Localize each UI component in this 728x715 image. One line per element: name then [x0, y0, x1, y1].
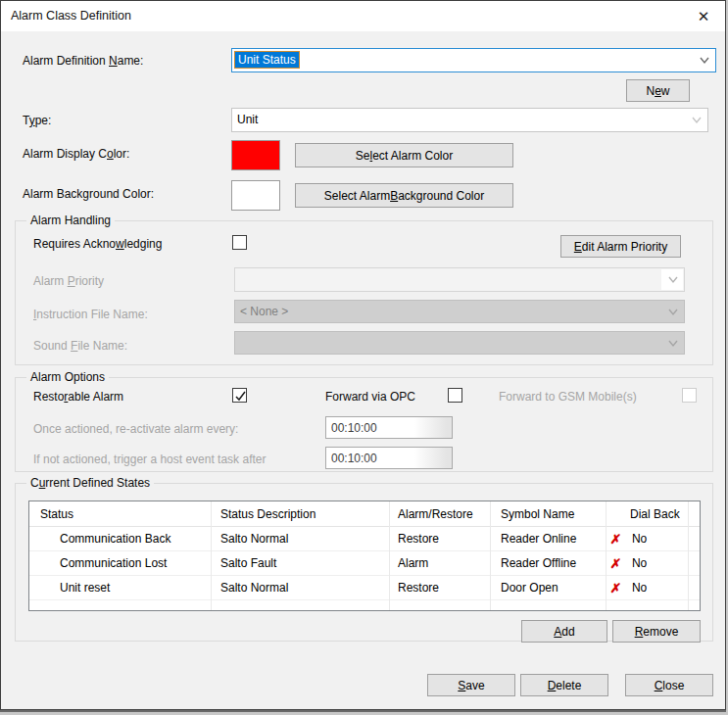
- requires-acknowledging-label: Requires Acknowledging: [33, 237, 162, 251]
- alarm-handling-group: Alarm Handling Requires Acknowledging Ed…: [15, 220, 713, 365]
- cell-status-description: Salto Normal: [211, 527, 389, 550]
- dial-back-value: No: [632, 532, 647, 546]
- if-not-actioned-label: If not actioned, trigger a host event ta…: [33, 453, 266, 466]
- column-header-dial-back[interactable]: Dial Back: [606, 501, 688, 526]
- add-button[interactable]: Add: [521, 620, 607, 643]
- cell-status-description: Salto Fault: [211, 551, 389, 575]
- cell-alarm-restore: Restore: [389, 527, 490, 550]
- once-actioned-label: Once actioned, re-activate alarm every:: [33, 422, 238, 436]
- forward-via-opc-checkbox[interactable]: [448, 388, 462, 403]
- forward-to-gsm-checkbox: [682, 388, 697, 403]
- current-defined-states-group-title: Current Defined States: [26, 476, 154, 490]
- instruction-file-name-label: Instruction File Name:: [33, 308, 148, 321]
- select-alarm-color-button[interactable]: Select Alarm Color: [295, 143, 513, 167]
- cell-status: Communication Back: [29, 527, 211, 550]
- dial-back-value: No: [632, 581, 647, 595]
- cell-dial-back: ✗No: [606, 527, 688, 550]
- close-icon[interactable]: ✕: [694, 7, 713, 26]
- alarm-class-definition-dialog: Alarm Class Definition ✕ Alarm Definitio…: [0, 0, 726, 710]
- cell-symbol-name: Door Open: [490, 576, 606, 599]
- column-header-status[interactable]: Status: [29, 501, 211, 526]
- alarm-priority-combobox: [234, 267, 685, 292]
- type-value: Unit: [237, 113, 258, 126]
- alarm-background-color-swatch: [231, 180, 280, 211]
- close-button[interactable]: Close: [625, 674, 713, 696]
- current-defined-states-group: Current Defined States Status Status Des…: [15, 483, 713, 642]
- states-table-body: Communication BackSalto NormalRestoreRea…: [29, 527, 700, 600]
- cell-status-description: Salto Normal: [211, 576, 389, 599]
- edit-alarm-priority-button[interactable]: Edit Alarm Priority: [560, 235, 681, 258]
- states-table-header: Status Status Description Alarm/Restore …: [29, 501, 700, 527]
- cell-alarm-restore: Restore: [389, 576, 490, 599]
- cell-symbol-name: Reader Online: [490, 527, 606, 550]
- cell-empty: [688, 551, 700, 575]
- column-header-symbol-name[interactable]: Symbol Name: [490, 501, 606, 526]
- cell-symbol-name: Reader Offline: [490, 551, 606, 575]
- alarm-display-color-swatch: [231, 140, 280, 170]
- chevron-down-icon: [668, 276, 676, 284]
- cell-alarm-restore: Alarm: [389, 551, 490, 575]
- states-table: Status Status Description Alarm/Restore …: [28, 500, 701, 611]
- cell-dial-back: ✗No: [606, 551, 688, 575]
- cell-empty: [688, 527, 700, 550]
- chevron-down-icon: [668, 340, 676, 348]
- instruction-file-name-value: < None >: [240, 305, 288, 318]
- sound-file-name-combobox: [234, 331, 685, 355]
- column-separator: [606, 501, 607, 610]
- column-separator: [389, 501, 390, 610]
- alarm-display-color-label: Alarm Display Color:: [23, 147, 129, 161]
- table-row[interactable]: Communication LostSalto FaultAlarmReader…: [29, 551, 700, 576]
- column-header-empty: [688, 501, 700, 526]
- forward-via-opc-label: Forward via OPC: [325, 390, 415, 404]
- chevron-down-icon[interactable]: [700, 57, 707, 65]
- alarm-definition-name-combobox[interactable]: Unit Status: [231, 48, 716, 72]
- once-actioned-time-field: 00:10:00: [325, 416, 453, 439]
- alarm-background-color-label: Alarm Background Color:: [23, 187, 154, 201]
- column-header-alarm-restore[interactable]: Alarm/Restore: [389, 501, 490, 526]
- title-bar: Alarm Class Definition ✕: [1, 1, 725, 31]
- type-combobox[interactable]: Unit: [231, 108, 708, 132]
- requires-acknowledging-checkbox[interactable]: [232, 235, 247, 250]
- remove-button[interactable]: Remove: [612, 620, 701, 643]
- column-header-status-description[interactable]: Status Description: [211, 501, 389, 526]
- alarm-priority-label: Alarm Priority: [33, 274, 104, 288]
- select-alarm-background-color-button[interactable]: Select Alarm Background Color: [295, 183, 513, 208]
- cell-empty: [688, 576, 700, 599]
- column-separator: [490, 501, 491, 610]
- delete-button[interactable]: Delete: [520, 674, 608, 696]
- new-button[interactable]: New: [626, 79, 690, 102]
- table-row[interactable]: Unit resetSalto NormalRestoreDoor Open✗N…: [29, 576, 700, 600]
- alarm-handling-group-title: Alarm Handling: [26, 214, 115, 227]
- type-label: Type:: [23, 114, 51, 127]
- if-not-actioned-time-value: 00:10:00: [331, 452, 377, 465]
- instruction-file-name-combobox: < None >: [234, 300, 685, 323]
- cell-status: Unit reset: [29, 576, 211, 599]
- once-actioned-time-value: 00:10:00: [331, 421, 377, 435]
- red-x-icon: ✗: [609, 581, 621, 596]
- cell-status: Communication Lost: [29, 551, 211, 575]
- screen: Alarm Class Definition ✕ Alarm Definitio…: [0, 0, 728, 715]
- forward-to-gsm-label: Forward to GSM Mobile(s): [499, 390, 637, 404]
- column-separator: [688, 501, 689, 610]
- alarm-definition-name-label: Alarm Definition Name:: [23, 54, 143, 68]
- restorable-alarm-checkbox[interactable]: [232, 388, 247, 403]
- checkmark-icon: [234, 390, 247, 403]
- if-not-actioned-time-field: 00:10:00: [325, 447, 453, 469]
- sound-file-name-label: Sound File Name:: [33, 339, 127, 353]
- red-x-icon: ✗: [609, 532, 621, 547]
- table-row[interactable]: Communication BackSalto NormalRestoreRea…: [29, 527, 700, 551]
- red-x-icon: ✗: [609, 556, 621, 571]
- restorable-alarm-label: Restorable Alarm: [33, 390, 123, 404]
- cell-dial-back: ✗No: [606, 576, 688, 599]
- dialog-title: Alarm Class Definition: [11, 9, 131, 23]
- chevron-down-icon: [668, 309, 676, 316]
- alarm-options-group: Alarm Options Restorable Alarm Forward v…: [15, 377, 713, 472]
- alarm-options-group-title: Alarm Options: [26, 370, 109, 384]
- alarm-definition-name-value: Unit Status: [235, 52, 299, 68]
- save-button[interactable]: Save: [427, 674, 515, 696]
- chevron-down-icon[interactable]: [692, 117, 700, 124]
- column-separator: [211, 501, 212, 610]
- dial-back-value: No: [632, 556, 647, 570]
